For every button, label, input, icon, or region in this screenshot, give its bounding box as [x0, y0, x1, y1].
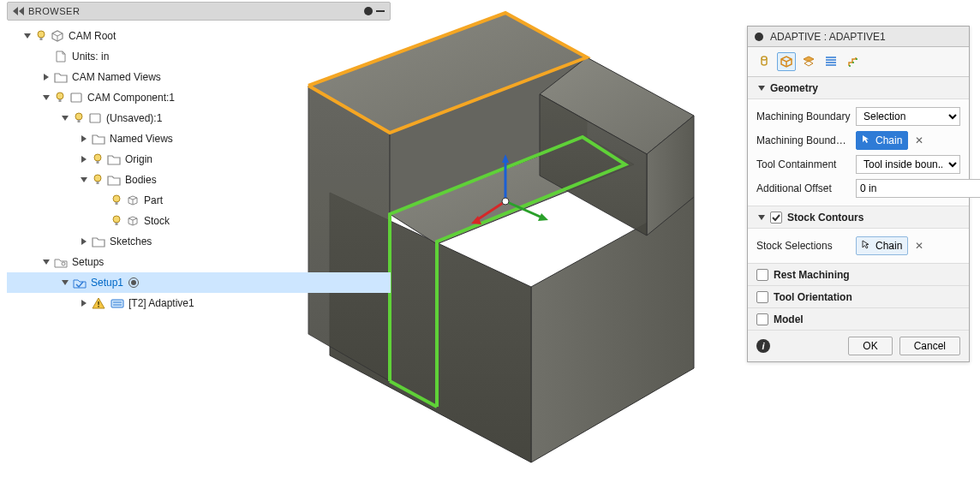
tab-heights[interactable] — [799, 52, 818, 71]
section-rest-machining-label: Rest Machining — [774, 269, 850, 281]
folder-icon — [91, 235, 106, 248]
properties-panel: ADAPTIVE : ADAPTIVE1 Geometry Machining … — [747, 26, 970, 362]
section-stock-contours-label: Stock Contours — [787, 212, 863, 224]
clear-stock-button[interactable]: ✕ — [911, 238, 927, 253]
section-rest-machining-header[interactable]: Rest Machining — [748, 264, 969, 286]
svg-point-36 — [94, 175, 101, 182]
model-checkbox[interactable] — [756, 313, 768, 325]
folder-icon — [106, 173, 122, 187]
section-stock-contours-body: Stock Selections Chain ✕ — [748, 229, 969, 264]
tree-row-named-views[interactable]: Named Views — [7, 128, 391, 149]
component-icon — [69, 91, 84, 104]
tree-label: CAM Named Views — [72, 71, 161, 83]
tree-row--t2-adaptive1[interactable]: [T2] Adaptive1 — [7, 293, 391, 313]
active-setup-radio[interactable] — [128, 277, 139, 288]
svg-point-38 — [113, 195, 120, 202]
minimize-icon[interactable] — [376, 10, 385, 12]
expand-icon[interactable] — [41, 257, 51, 267]
tab-geometry[interactable] — [777, 52, 796, 71]
additional-offset-label: Additional Offset — [756, 182, 851, 194]
tree-row-stock[interactable]: Stock — [7, 211, 391, 231]
svg-marker-0 — [531, 197, 694, 462]
tree-row-setup1[interactable]: Setup1 — [7, 272, 391, 293]
dot-icon[interactable] — [364, 7, 373, 15]
expand-icon[interactable] — [22, 31, 33, 41]
tree-row-units-in[interactable]: Units: in — [7, 46, 391, 67]
tool-containment-label: Tool Containment — [756, 158, 851, 170]
expand-icon[interactable] — [79, 134, 89, 144]
tree-row-cam-named-views[interactable]: CAM Named Views — [7, 67, 391, 87]
svg-rect-33 — [90, 114, 100, 122]
tree-row-setups[interactable]: Setups — [7, 252, 391, 272]
bulb-icon[interactable] — [72, 111, 86, 125]
tree-row-origin[interactable]: Origin — [7, 149, 391, 170]
browser-panel: BROWSER CAM RootUnits: inCAM Named Views… — [7, 2, 391, 319]
expand-icon[interactable] — [41, 72, 51, 82]
bulb-icon[interactable] — [110, 214, 123, 228]
collapse-icon[interactable] — [13, 7, 25, 15]
chevron-down-icon — [756, 212, 767, 223]
expand-icon[interactable] — [79, 175, 89, 185]
tree-row-sketches[interactable]: Sketches — [7, 231, 391, 252]
expand-icon[interactable] — [79, 236, 89, 247]
bulb-icon[interactable] — [91, 173, 105, 187]
tab-linking[interactable] — [844, 52, 863, 71]
expand-icon — [98, 216, 108, 226]
bulb-icon[interactable] — [53, 91, 67, 104]
svg-rect-32 — [78, 120, 81, 122]
tree-label: Setup1 — [91, 277, 123, 289]
tool-containment-select[interactable]: Tool inside boun... — [856, 155, 960, 174]
section-stock-contours-header[interactable]: Stock Contours — [748, 206, 969, 229]
expand-icon[interactable] — [79, 154, 89, 164]
rest-machining-checkbox[interactable] — [756, 269, 768, 281]
browser-header[interactable]: BROWSER — [7, 2, 391, 21]
tree-row-cam-component-1[interactable]: CAM Component:1 — [7, 87, 391, 108]
bulb-icon[interactable] — [34, 29, 48, 43]
section-geometry-label: Geometry — [770, 82, 818, 94]
tree-row-part[interactable]: Part — [7, 190, 391, 211]
boundary-chain-chip[interactable]: Chain — [856, 131, 908, 150]
info-icon[interactable]: i — [756, 339, 770, 353]
properties-header[interactable]: ADAPTIVE : ADAPTIVE1 — [748, 27, 969, 47]
cancel-button[interactable]: Cancel — [899, 337, 960, 355]
svg-rect-43 — [98, 301, 99, 305]
op-icon — [110, 296, 125, 310]
tab-passes[interactable] — [822, 52, 840, 71]
tree-label: Setups — [72, 256, 104, 268]
tab-tool[interactable] — [755, 52, 774, 71]
setup-icon — [72, 276, 87, 289]
clear-boundary-button[interactable]: ✕ — [911, 133, 927, 148]
tree-row--unsaved-1[interactable]: (Unsaved):1 — [7, 108, 391, 128]
setups-icon — [53, 255, 69, 269]
browser-title: BROWSER — [28, 6, 80, 16]
bulb-icon[interactable] — [110, 194, 123, 207]
additional-offset-input[interactable]: ▲▼ — [856, 179, 980, 198]
svg-point-26 — [38, 31, 45, 38]
expand-icon[interactable] — [79, 298, 89, 308]
expand-icon[interactable] — [60, 277, 70, 288]
section-model-header[interactable]: Model — [748, 308, 969, 331]
svg-point-46 — [762, 57, 767, 60]
svg-rect-44 — [98, 306, 99, 307]
tree-label: Origin — [125, 153, 152, 165]
tool-orientation-checkbox[interactable] — [756, 291, 768, 303]
stock-contours-checkbox[interactable] — [770, 212, 782, 224]
svg-point-28 — [57, 92, 63, 99]
ok-button[interactable]: OK — [848, 337, 892, 355]
tree-label: Bodies — [125, 174, 157, 186]
expand-icon[interactable] — [41, 92, 51, 103]
expand-icon[interactable] — [60, 113, 70, 123]
tree-label: Units: in — [72, 51, 109, 63]
section-tool-orientation-header[interactable]: Tool Orientation — [748, 286, 969, 308]
machining-boundary-sel-label: Machining Boundary... — [756, 134, 851, 146]
browser-tree[interactable]: CAM RootUnits: inCAM Named ViewsCAM Comp… — [7, 21, 391, 319]
tree-row-cam-root[interactable]: CAM Root — [7, 26, 391, 46]
stock-chain-chip[interactable]: Chain — [856, 236, 908, 255]
tree-label: Sketches — [110, 236, 152, 247]
bulb-icon[interactable] — [91, 152, 105, 166]
machining-boundary-select[interactable]: Selection — [856, 107, 960, 126]
tree-row-bodies[interactable]: Bodies — [7, 170, 391, 190]
machining-boundary-label: Machining Boundary — [756, 110, 851, 122]
section-geometry-header[interactable]: Geometry — [748, 77, 969, 99]
svg-rect-41 — [116, 223, 118, 225]
